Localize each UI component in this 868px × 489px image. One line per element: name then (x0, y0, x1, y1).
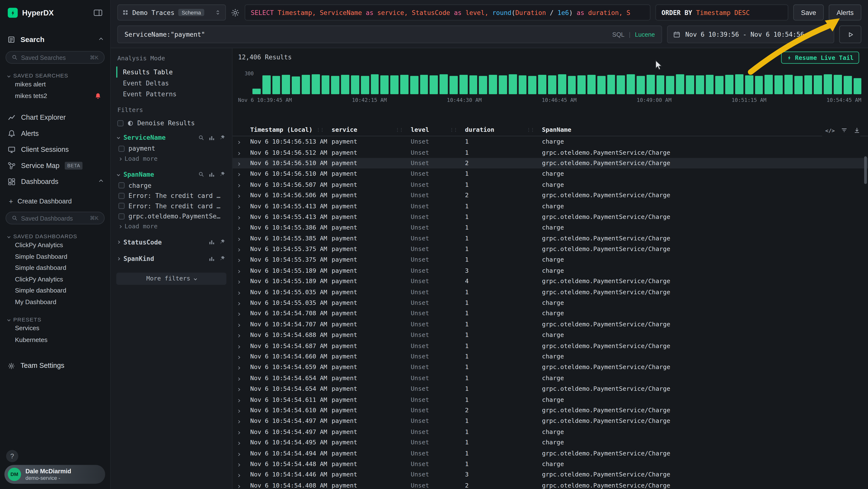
row-expander[interactable] (236, 439, 250, 446)
table-row[interactable]: Nov 6 10:54:54.448 AMpaymentUnset1charge (232, 459, 868, 469)
histogram-bar[interactable] (558, 74, 566, 94)
table-row[interactable]: Nov 6 10:54:54.494 AMpaymentUnset1grpc.o… (232, 448, 868, 459)
histogram-bar[interactable] (745, 75, 753, 94)
row-expander[interactable] (236, 342, 250, 349)
histogram-bar[interactable] (272, 76, 280, 94)
checkbox[interactable] (118, 182, 124, 189)
table-row[interactable]: Nov 6 10:54:55.385 AMpaymentUnset1grpc.o… (232, 233, 868, 244)
sidebar-item-chart-explorer[interactable]: Chart Explorer (0, 109, 110, 125)
row-expander[interactable] (236, 202, 250, 210)
table-row[interactable]: Nov 6 10:54:55.035 AMpaymentUnset1charge (232, 297, 868, 309)
table-row[interactable]: Nov 6 10:54:54.707 AMpaymentUnset1grpc.o… (232, 319, 868, 330)
table-row[interactable]: Nov 6 10:54:54.408 AMpaymentUnset2grpc.o… (232, 480, 868, 489)
histogram-bar[interactable] (538, 75, 546, 94)
table-row[interactable]: Nov 6 10:54:54.687 AMpaymentUnset1grpc.o… (232, 341, 868, 351)
sql-select-input[interactable]: SELECT Timestamp, ServiceName as service… (245, 4, 651, 21)
table-row[interactable]: Nov 6 10:54:55.035 AMpaymentUnset1grpc.o… (232, 287, 868, 297)
presets-header[interactable]: PRESETS (8, 316, 102, 322)
source-select[interactable]: Demo Traces Schema (117, 4, 226, 21)
histogram-bar[interactable] (775, 75, 783, 94)
table-row[interactable]: Nov 6 10:54:56.507 AMpaymentUnset1charge (232, 179, 868, 190)
table-row[interactable]: Nov 6 10:54:56.510 AMpaymentUnset2grpc.o… (232, 158, 868, 169)
column-header-spanname[interactable]: SpanName (542, 126, 868, 134)
saved-search-item[interactable]: mikes alert (0, 79, 110, 90)
row-expander[interactable] (236, 267, 250, 274)
histogram-bar[interactable] (518, 75, 527, 94)
row-expander[interactable] (236, 170, 250, 178)
row-expander[interactable] (236, 235, 250, 242)
sidebar-item-team-settings[interactable]: Team Settings (0, 357, 110, 374)
checkbox[interactable] (118, 146, 124, 151)
more-filters-button[interactable]: More filters (116, 272, 226, 285)
preset-item[interactable]: Kubernetes (0, 334, 110, 345)
preset-item[interactable]: Services (0, 322, 110, 334)
histogram-bar[interactable] (587, 75, 595, 94)
row-expander[interactable] (236, 321, 250, 328)
saved-searches-header[interactable]: SAVED SEARCHES (8, 73, 102, 79)
histogram-bar[interactable] (459, 75, 467, 94)
table-row[interactable]: Nov 6 10:54:54.708 AMpaymentUnset1charge (232, 308, 868, 319)
histogram-bar[interactable] (686, 75, 694, 94)
table-row[interactable]: Nov 6 10:54:55.189 AMpaymentUnset4grpc.o… (232, 276, 868, 287)
analysis-mode-event-patterns[interactable]: Event Patterns (116, 89, 226, 100)
denoise-results-toggle[interactable]: Denoise Results (117, 119, 232, 127)
table-row[interactable]: Nov 6 10:54:55.375 AMpaymentUnset1charge (232, 255, 868, 265)
code-view-icon[interactable]: </> (825, 127, 835, 133)
order-by-input[interactable]: ORDER BY Timestamp DESC (655, 4, 788, 21)
row-expander[interactable] (236, 149, 250, 156)
row-expander[interactable] (236, 256, 250, 264)
collapse-sidebar-icon[interactable] (94, 9, 102, 17)
row-expander[interactable] (236, 418, 250, 425)
row-expander[interactable] (236, 288, 250, 296)
histogram-bar[interactable] (755, 76, 763, 94)
saved-dashboard-item[interactable]: ClickPy Analytics (0, 239, 110, 251)
sidebar-item-dashboards[interactable]: Dashboards (0, 174, 110, 190)
checkbox[interactable] (118, 193, 124, 199)
column-drag-handle[interactable]: ⋮⋮ (526, 127, 534, 133)
table-row[interactable]: Nov 6 10:54:55.386 AMpaymentUnset1charge (232, 222, 868, 233)
histogram-bar[interactable] (627, 74, 635, 94)
histogram-bar[interactable] (450, 76, 458, 94)
saved-dashboards-header[interactable]: SAVED DASHBOARDS (8, 233, 102, 239)
mode-lucene-toggle[interactable]: Lucene (635, 31, 655, 38)
histogram-bar[interactable] (706, 75, 714, 94)
table-row[interactable]: Nov 6 10:54:54.495 AMpaymentUnset1charge (232, 437, 868, 448)
table-row[interactable]: Nov 6 10:54:54.659 AMpaymentUnset1grpc.o… (232, 362, 868, 373)
saved-dashboard-item[interactable]: ClickPy Analytics (0, 274, 110, 285)
histogram-bar[interactable] (311, 74, 320, 94)
live-tail-play-button[interactable] (839, 26, 862, 43)
histogram-bar[interactable] (578, 75, 586, 94)
histogram-bar[interactable] (508, 74, 517, 94)
save-button[interactable]: Save (793, 4, 824, 21)
histogram-bar[interactable] (371, 74, 379, 94)
histogram-bar[interactable] (735, 74, 743, 94)
facet-header-servicename[interactable]: ServiceName (111, 131, 232, 144)
facet-option-grpc-oteldemo-paymentse[interactable]: grpc.oteldemo.PaymentSe… (111, 211, 232, 221)
saved-search-item[interactable]: mikes tets2 (0, 90, 110, 102)
histogram-bar[interactable] (834, 75, 842, 94)
row-expander[interactable] (236, 428, 250, 435)
table-row[interactable]: Nov 6 10:54:55.413 AMpaymentUnset1grpc.o… (232, 211, 868, 222)
row-expander[interactable] (236, 461, 250, 468)
histogram-bar[interactable] (794, 76, 802, 94)
histogram-bar[interactable] (715, 76, 723, 94)
histogram-bar[interactable] (439, 74, 448, 94)
row-expander[interactable] (236, 385, 250, 393)
row-expander[interactable] (236, 299, 250, 307)
date-range-input[interactable]: Nov 6 10:39:56 - Nov 6 10:54:56 (667, 26, 834, 43)
filter-columns-icon[interactable] (841, 127, 848, 134)
histogram-bar[interactable] (410, 76, 418, 94)
search-query-input[interactable]: ServiceName:"payment" SQL | Lucene (117, 26, 662, 43)
facet-option-error-the-credit-card[interactable]: Error: The credit card … (111, 201, 232, 211)
row-expander[interactable] (236, 450, 250, 457)
histogram-bar[interactable] (656, 75, 664, 94)
table-row[interactable]: Nov 6 10:54:54.446 AMpaymentUnset3grpc.o… (232, 469, 868, 480)
histogram-bar[interactable] (607, 75, 615, 94)
row-expander[interactable] (236, 278, 250, 285)
histogram-bar[interactable] (725, 75, 734, 94)
histogram-bar[interactable] (548, 75, 556, 94)
histogram-bar[interactable] (341, 75, 349, 94)
table-row[interactable]: Nov 6 10:54:56.510 AMpaymentUnset1charge (232, 169, 868, 179)
histogram-bar[interactable] (597, 76, 606, 94)
histogram-bar[interactable] (351, 75, 359, 94)
